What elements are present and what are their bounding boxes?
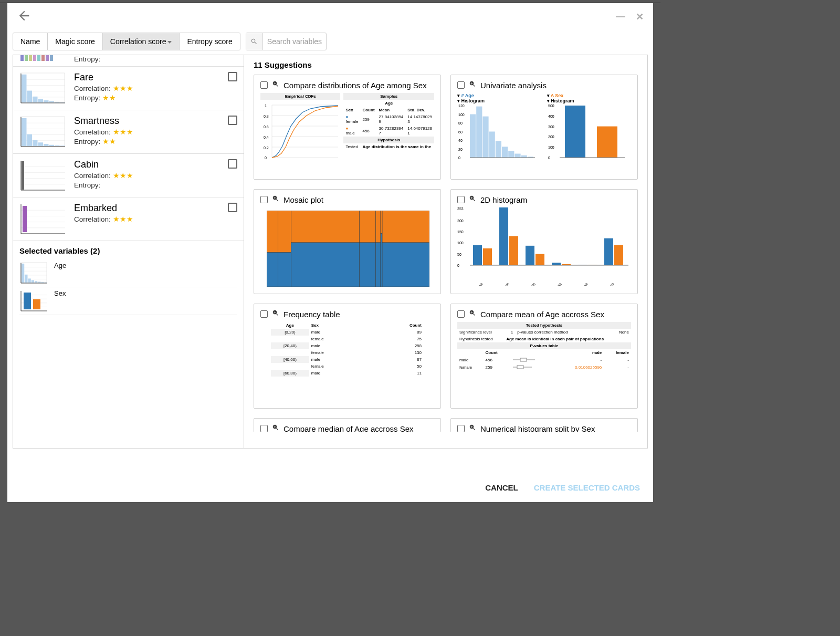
- selected-variable[interactable]: Age: [19, 259, 237, 287]
- svg-rect-35: [60, 145, 66, 146]
- svg-rect-112: [565, 106, 585, 158]
- variable-item[interactable]: FareCorrelation: ★★★Entropy: ★★: [13, 67, 244, 110]
- sort-tabs: Name Magic score Correlation score Entro…: [13, 33, 240, 50]
- selected-variable[interactable]: Sex: [19, 287, 237, 315]
- card-title: Compare distributions of Age among Sex: [284, 81, 427, 90]
- variables-list[interactable]: Entropy: FareCorrelation: ★★★Entropy: ★★…: [13, 55, 244, 448]
- svg-rect-139: [509, 236, 518, 265]
- age-histogram: 020406080100120: [457, 103, 536, 164]
- variable-item[interactable]: CabinCorrelation: ★★★Entropy:: [13, 154, 244, 197]
- svg-text:40: 40: [458, 139, 463, 142]
- variable-suggestions-modal: — ✕ Name Magic score Correlation score E…: [7, 3, 653, 502]
- svg-rect-14: [27, 91, 33, 102]
- card-checkbox[interactable]: [457, 310, 465, 318]
- svg-rect-141: [526, 246, 534, 265]
- var-checkbox[interactable]: [228, 116, 237, 125]
- var-checkbox[interactable]: [228, 159, 237, 169]
- var-thumbnail: [19, 203, 67, 235]
- svg-rect-15: [33, 97, 38, 102]
- tab-correlation-score[interactable]: Correlation score: [103, 33, 180, 50]
- tab-entropy-score[interactable]: Entropy score: [180, 33, 239, 50]
- svg-rect-123: [376, 211, 381, 243]
- svg-text:0: 0: [458, 156, 460, 160]
- var-checkbox[interactable]: [228, 203, 237, 212]
- tab-magic-score[interactable]: Magic score: [48, 33, 102, 50]
- zoom-icon[interactable]: [272, 195, 279, 204]
- svg-rect-61: [35, 281, 37, 283]
- svg-text:400: 400: [548, 114, 554, 118]
- card-checkbox[interactable]: [457, 81, 465, 89]
- back-icon[interactable]: [17, 8, 32, 25]
- svg-rect-136: [483, 248, 492, 265]
- svg-rect-0: [20, 55, 24, 61]
- svg-rect-157: [517, 366, 523, 369]
- card-compare-distributions: Compare distributions of Age among Sex E…: [254, 75, 441, 180]
- svg-rect-58: [25, 275, 27, 283]
- sel-thumbnail: [19, 262, 49, 285]
- card-numerical-histogram-split: Numerical histogram split by Sex ▾ male: [450, 418, 638, 432]
- pvalues-table: Countmalefemale male456 -- female259 0.0…: [457, 349, 631, 371]
- card-checkbox[interactable]: [260, 310, 268, 318]
- zoom-icon[interactable]: [469, 424, 476, 432]
- zoom-icon[interactable]: [272, 424, 279, 432]
- variable-item[interactable]: SmartnessCorrelation: ★★★Entropy: ★★: [13, 110, 244, 154]
- svg-rect-121: [360, 211, 376, 243]
- svg-text:0: 0: [457, 264, 459, 267]
- svg-rect-124: [376, 243, 381, 287]
- svg-rect-7: [50, 55, 53, 61]
- var-name: Cabin: [74, 159, 220, 170]
- svg-text:0: 0: [548, 156, 550, 160]
- card-checkbox[interactable]: [457, 196, 465, 203]
- card-checkbox[interactable]: [260, 425, 268, 432]
- svg-text:[60,80): [60,80): [553, 283, 562, 286]
- card-checkbox[interactable]: [260, 81, 268, 89]
- var-label-age: # Age: [461, 93, 474, 98]
- card-checkbox[interactable]: [260, 196, 268, 203]
- zoom-icon[interactable]: [469, 309, 476, 319]
- svg-rect-127: [382, 211, 429, 243]
- svg-text:[80,100): [80,100): [579, 283, 589, 286]
- close-icon[interactable]: ✕: [636, 11, 644, 23]
- svg-rect-3: [33, 55, 36, 61]
- var-thumbnail: [19, 159, 67, 192]
- svg-text:200: 200: [548, 135, 554, 139]
- var-correlation: Correlation: ★★★: [74, 128, 220, 136]
- mode-label: Histogram: [461, 98, 485, 103]
- svg-text:120: 120: [458, 104, 465, 108]
- svg-rect-96: [476, 107, 482, 158]
- svg-text:[0,20): [0,20): [476, 283, 483, 286]
- svg-rect-33: [49, 145, 55, 146]
- svg-text:0.4: 0.4: [264, 135, 269, 139]
- sel-name: Age: [54, 262, 66, 269]
- svg-rect-101: [508, 151, 514, 158]
- svg-rect-5: [41, 55, 45, 61]
- card-title: Frequency table: [284, 310, 340, 319]
- svg-rect-144: [552, 263, 561, 265]
- svg-rect-103: [521, 155, 527, 158]
- minimize-icon[interactable]: —: [616, 11, 625, 23]
- zoom-icon[interactable]: [272, 309, 279, 319]
- zoom-icon[interactable]: [469, 195, 476, 204]
- var-entropy-label: Entropy:: [74, 55, 220, 63]
- svg-text:253: 253: [457, 207, 464, 211]
- zoom-icon[interactable]: [469, 80, 476, 90]
- mosaic-svg: [267, 211, 429, 287]
- search-icon: [246, 33, 263, 50]
- svg-rect-113: [597, 127, 617, 158]
- var-name: Smartness: [74, 116, 220, 127]
- tab-name[interactable]: Name: [13, 33, 48, 50]
- create-selected-cards-button[interactable]: CREATE SELECTED CARDS: [534, 483, 640, 492]
- svg-rect-28: [22, 118, 27, 146]
- cancel-button[interactable]: CANCEL: [485, 483, 518, 492]
- variable-item[interactable]: EmbarkedCorrelation: ★★★: [13, 197, 244, 241]
- card-univariate-analysis: Univariate analysis ▾ # Age ▾ Histogram …: [450, 75, 638, 180]
- svg-text:100: 100: [548, 145, 554, 149]
- zoom-icon[interactable]: [272, 80, 279, 90]
- svg-rect-120: [291, 243, 360, 287]
- var-checkbox[interactable]: [228, 72, 237, 81]
- toolbar: Name Magic score Correlation score Entro…: [7, 33, 653, 50]
- svg-text:100: 100: [457, 241, 464, 245]
- svg-rect-122: [360, 243, 376, 287]
- search-input[interactable]: [263, 37, 326, 46]
- card-checkbox[interactable]: [457, 425, 465, 432]
